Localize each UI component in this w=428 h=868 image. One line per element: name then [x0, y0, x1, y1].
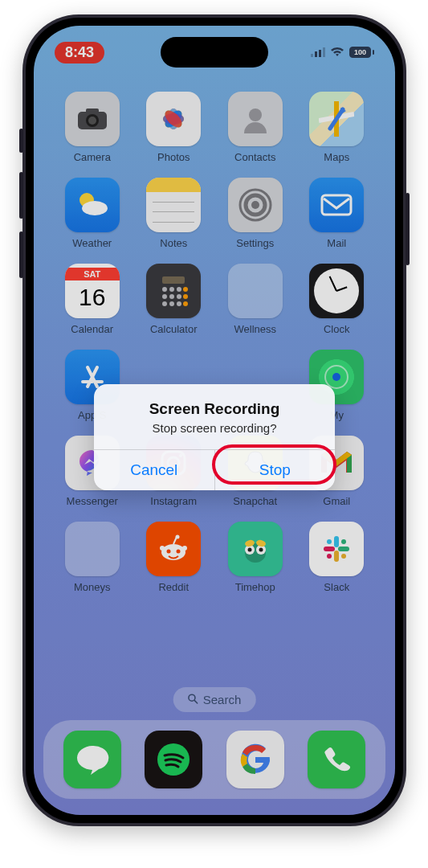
- screen-recording-alert: Screen Recording Stop screen recording? …: [94, 384, 335, 490]
- power-button[interactable]: [406, 193, 410, 265]
- alert-title: Screen Recording: [108, 400, 320, 418]
- volume-down-button[interactable]: [19, 231, 23, 278]
- cancel-button[interactable]: Cancel: [94, 450, 214, 490]
- stop-button[interactable]: Stop: [214, 450, 336, 490]
- mute-switch[interactable]: [19, 129, 23, 153]
- phone-frame: 8:43 100 Camera Photos Con: [22, 14, 406, 826]
- phone-bezel: 8:43 100 Camera Photos Con: [26, 18, 403, 823]
- alert-message: Stop screen recording?: [108, 421, 320, 435]
- volume-up-button[interactable]: [19, 172, 23, 219]
- phone-screen: 8:43 100 Camera Photos Con: [34, 26, 395, 815]
